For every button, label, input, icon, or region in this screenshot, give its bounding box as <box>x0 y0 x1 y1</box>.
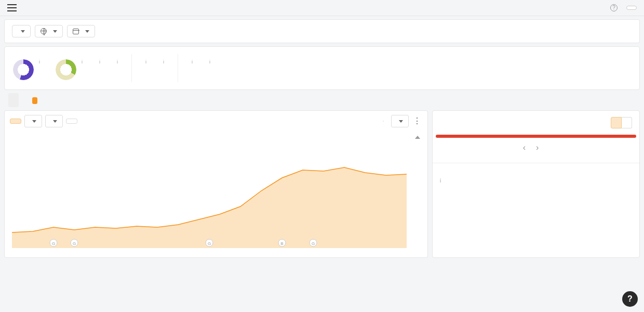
organic-traffic-metric: i <box>162 59 164 70</box>
dr-donut-icon <box>13 59 34 80</box>
paid-pill[interactable] <box>622 117 632 128</box>
countries-dropdown[interactable] <box>35 25 63 37</box>
organic-keywords-metric: i <box>144 59 146 70</box>
chevron-down-icon <box>53 120 57 123</box>
globe-icon <box>41 28 47 34</box>
tab-general[interactable] <box>8 93 19 107</box>
kebab-menu-icon[interactable]: ⋮ <box>412 119 422 124</box>
svg-text:G: G <box>73 241 76 246</box>
panel-title <box>433 171 639 176</box>
paid-traffic-metric: i <box>208 59 210 70</box>
chevron-down-icon <box>32 120 36 123</box>
tab-organic-search[interactable] <box>49 93 51 107</box>
competitors-dropdown[interactable] <box>24 115 42 127</box>
filter-toolbar <box>4 19 640 43</box>
api-button[interactable] <box>626 6 637 10</box>
performance-panel: ⋮ G G G B G <box>4 110 428 258</box>
years-button[interactable] <box>66 119 77 124</box>
chevron-up-icon[interactable] <box>415 136 420 139</box>
followed-label: i <box>440 178 441 187</box>
referring-domains-panel: i <box>433 163 639 189</box>
how-to-use-link[interactable]: ? <box>610 4 620 11</box>
chevron-down-icon <box>21 30 25 33</box>
traffic-by-country-panel: ‹ › i <box>432 110 640 258</box>
svg-text:B: B <box>280 241 283 246</box>
svg-text:G: G <box>312 241 315 246</box>
volume-dropdown[interactable] <box>12 25 31 37</box>
paid-keywords-metric: i <box>191 59 193 70</box>
changes-dropdown[interactable] <box>67 25 95 37</box>
hamburger-icon[interactable] <box>7 4 17 11</box>
ur-donut-icon <box>56 59 76 80</box>
svg-text:G: G <box>208 241 211 246</box>
stats-bar: i i i i <box>4 46 640 90</box>
organic-traffic-chart: G G G B G <box>5 149 427 253</box>
prev-arrow-icon[interactable]: ‹ <box>523 143 526 152</box>
help-bubble-icon[interactable]: ? <box>622 291 638 307</box>
area-chart-svg: G G G B G <box>12 149 407 248</box>
calendar-icon <box>73 29 79 34</box>
dr-metric: i <box>13 59 40 80</box>
ref-domains-metric: i <box>116 59 118 80</box>
organic-pill[interactable] <box>611 117 622 128</box>
metrics-button[interactable] <box>10 119 21 124</box>
chevron-down-icon <box>399 120 403 123</box>
backlinks-metric: i <box>98 59 100 80</box>
backlink-profile-section: i i i i <box>13 54 132 82</box>
section-tabs <box>0 93 644 107</box>
help-icon: ? <box>610 4 618 11</box>
chevron-down-icon <box>85 30 89 33</box>
new-badge <box>32 97 37 104</box>
daily-dropdown[interactable] <box>391 115 409 127</box>
next-arrow-icon[interactable]: › <box>536 143 539 152</box>
time-range-group <box>383 121 384 122</box>
organic-search-section: i i <box>144 54 178 82</box>
tab-backlink-profile[interactable] <box>29 93 38 107</box>
paid-search-section: i i <box>191 54 224 82</box>
svg-text:G: G <box>52 241 55 246</box>
chevron-down-icon <box>53 30 57 33</box>
countries-panel-dropdown[interactable] <box>45 115 63 127</box>
ur-metric: i <box>56 59 83 80</box>
metric-checkboxes <box>5 143 427 149</box>
x-axis-labels <box>5 253 427 257</box>
